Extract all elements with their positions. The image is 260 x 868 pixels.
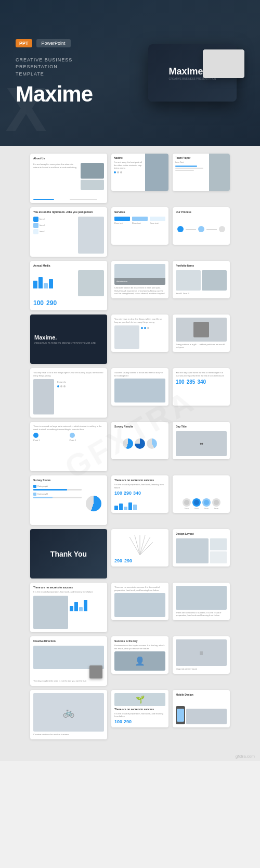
- dots: [141, 327, 166, 329]
- slide-6[interactable]: Our Process: [173, 207, 230, 245]
- slide-25[interactable]: There are no secrets to success. It is t…: [173, 583, 230, 620]
- svg-line-1: [135, 535, 140, 555]
- slide-30[interactable]: 🌱 There are no secrets to success It is …: [111, 690, 168, 727]
- slides-container: About Us For and away I'm some prime lin…: [0, 146, 260, 751]
- slide-9[interactable]: Portfolio Items Item A Item B: [173, 261, 230, 298]
- svg-line-0: [129, 537, 140, 555]
- slide-23-text: It is the result of preparation, hard wo…: [33, 590, 104, 594]
- clock-3: Time: [204, 507, 209, 510]
- slides-row-2: You are on the right track. Jobs you jus…: [5, 207, 255, 257]
- slide-26-heading: Creative Direction: [33, 639, 104, 643]
- slide-14[interactable]: And the day came when the risk to remain…: [173, 368, 230, 406]
- fan-stat1: 290: [114, 558, 122, 563]
- slide-4-heading: You are on the right track. Jobs you jus…: [33, 210, 104, 213]
- slides-row-3: Annual Media 100 290: [5, 261, 255, 310]
- powerpoint-badge: PowerPoint: [36, 39, 71, 47]
- slide-12[interactable]: You only have to do a few things right i…: [30, 368, 107, 418]
- slide-13-text: Success usually comes to those who are t…: [114, 371, 165, 377]
- slide-29-text: Creative solutions for modern business: [33, 733, 104, 736]
- slides-row-5: You only have to do a few things right i…: [5, 368, 255, 418]
- slide-26-caption: The day you plant the seed is not the da…: [33, 680, 104, 683]
- slide-25-text: There are no secrets to success. It is t…: [176, 611, 227, 617]
- slide-28-icon: |||: [200, 650, 203, 655]
- stat-19c: 340: [133, 490, 141, 496]
- slide-2[interactable]: Nadine For and away the best print all t…: [111, 154, 168, 191]
- slide-2-heading: Nadine: [114, 156, 142, 159]
- slide-24[interactable]: There are no secrets to success. It is t…: [111, 583, 168, 620]
- dots-5: [57, 385, 102, 387]
- slide-29[interactable]: 🚲 Creative solutions for modern business: [30, 690, 107, 739]
- dark-slide-subtitle: CREATIVE BUSINESS PRESENTATION TEMPLATE: [34, 342, 103, 345]
- slide-21[interactable]: 290 290: [111, 529, 168, 567]
- slide-26[interactable]: Creative Direction The day you plant the…: [30, 636, 107, 686]
- slide-thank-you[interactable]: Thank You: [30, 529, 107, 578]
- slide-22[interactable]: Design Layout: [173, 529, 230, 567]
- slides-row-9: There are no secrets to success It is th…: [5, 583, 255, 632]
- slide-2-dots: [114, 171, 142, 173]
- slide-7-heading: Annual Media: [33, 264, 104, 267]
- slides-row-6: There is no mask so large as is universa…: [5, 422, 255, 471]
- slide-10-text: You only have to do a few things right i…: [114, 318, 165, 323]
- slide-9-heading: Portfolio Items: [176, 264, 227, 267]
- slide-3[interactable]: Team Player Intro Text: [173, 154, 230, 191]
- slide-15[interactable]: There is no mask so large as is universa…: [30, 422, 107, 471]
- slide-7[interactable]: Annual Media 100 290: [30, 261, 107, 310]
- slide-13[interactable]: Success usually comes to those who are t…: [111, 368, 168, 406]
- slide-17[interactable]: Day Title ⇔: [173, 422, 230, 459]
- slide-19[interactable]: There are no secrets to success It is th…: [111, 475, 168, 513]
- slide-8[interactable]: Architecture Character cannot be discove…: [111, 261, 168, 298]
- slide-18[interactable]: Survey Status Category A Category B: [30, 475, 107, 525]
- slide-28-text: Diagonal pattern visual: [176, 668, 227, 671]
- slide-23-heading: There are no secrets to success: [33, 586, 104, 589]
- slides-row-7: Survey Status Category A Category B: [5, 475, 255, 525]
- slide-4[interactable]: You are on the right track. Jobs you jus…: [30, 207, 107, 257]
- slide-11-text: Every problem is a gift — without proble…: [176, 343, 227, 349]
- slide-3-heading: Team Player: [175, 156, 206, 159]
- slide-28[interactable]: ||| Diagonal pattern visual: [173, 636, 230, 674]
- slide-24-text: There are no secrets to success. It is t…: [114, 586, 165, 592]
- slide-6-heading: Our Process: [176, 210, 227, 213]
- slide-10[interactable]: You only have to do a few things right i…: [111, 315, 168, 352]
- slide-31-heading: Mobile Design: [176, 693, 227, 696]
- fan-icon: [127, 534, 153, 555]
- slide-27[interactable]: Success is the key Business is not the k…: [111, 636, 168, 674]
- slide-17-heading: Day Title: [176, 425, 227, 428]
- badge-row: PPT PowerPoint: [16, 39, 244, 47]
- slide-1[interactable]: About Us For and away I'm some prime lin…: [30, 154, 107, 203]
- slide-19-heading: There are no secrets to success: [114, 479, 165, 482]
- dark-slide-title: Maxime.: [34, 334, 103, 341]
- slide-30-stat1: 100: [114, 719, 122, 724]
- stat-19b: 290: [124, 490, 132, 496]
- slide-1-text: For and away I'm some prime line where i…: [33, 163, 79, 169]
- plant-icon: 🌱: [136, 695, 145, 703]
- ppt-badge: PPT: [16, 39, 32, 47]
- slide-12-text: You only have to do a few things right i…: [33, 371, 104, 377]
- slide-23[interactable]: There are no secrets to success It is th…: [30, 583, 107, 632]
- stat-c: 340: [197, 379, 206, 385]
- slide-27-text: Business is not the key to success. It i…: [114, 644, 165, 650]
- slide-30-stat2: 290: [124, 719, 132, 724]
- slide-11[interactable]: Every problem is a gift — without proble…: [173, 315, 230, 352]
- stat-a: 100: [176, 379, 185, 385]
- slide-14-text: And the day came when the risk to remain…: [176, 371, 227, 377]
- stat-b: 285: [187, 379, 196, 385]
- slides-row-4: Maxime. CREATIVE BUSINESS PRESENTATION T…: [5, 315, 255, 364]
- slide-27-heading: Success is the key: [114, 639, 165, 643]
- hero-content: PPT PowerPoint CREATIVE BUSINESSPRESENTA…: [16, 39, 244, 107]
- slide-15-text: There is no mask so large as is universa…: [33, 425, 104, 431]
- slide-16[interactable]: Survey Results: [111, 422, 168, 459]
- slides-row-11: 🚲 Creative solutions for modern business…: [5, 690, 255, 739]
- slide-31[interactable]: Mobile Design: [173, 690, 230, 727]
- slide-5-heading: Services: [114, 210, 165, 213]
- slide-16-heading: Survey Results: [114, 425, 165, 428]
- slides-row-1: About Us For and away I'm some prime lin…: [5, 154, 255, 203]
- slide-5[interactable]: Services Desc text Desc text Desc text: [111, 207, 168, 245]
- slide-3-text: Intro Text: [175, 161, 206, 164]
- stat-100: 100: [33, 299, 44, 307]
- slide-20[interactable]: Time Time Time: [173, 475, 230, 513]
- slide-2-text: For and away the best print all the effe…: [114, 161, 142, 170]
- footer: gfxtra.com: [0, 751, 260, 761]
- thank-you-text: Thank You: [50, 550, 87, 558]
- slide-18-heading: Survey Status: [33, 479, 104, 482]
- slide-dark-1[interactable]: Maxime. CREATIVE BUSINESS PRESENTATION T…: [30, 315, 107, 364]
